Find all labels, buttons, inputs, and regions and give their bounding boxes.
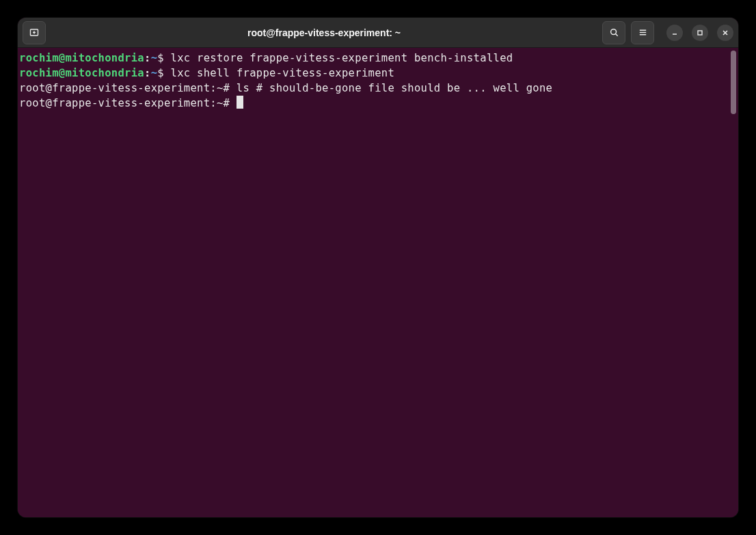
close-button[interactable]	[717, 25, 733, 41]
prompt-user-host: rochim@mitochondria	[19, 67, 144, 79]
new-tab-icon	[29, 27, 40, 38]
prompt-symbol: $	[157, 52, 170, 64]
prompt-symbol: $	[157, 67, 170, 79]
root-prompt: root@frappe-vitess-experiment:~#	[19, 97, 237, 109]
close-icon	[721, 29, 729, 37]
maximize-button[interactable]	[692, 25, 708, 41]
minimize-button[interactable]	[666, 25, 683, 41]
root-prompt: root@frappe-vitess-experiment:~#	[19, 82, 237, 94]
svg-point-3	[610, 29, 616, 35]
prompt-path: ~	[151, 52, 158, 64]
command-text: lxc restore frappe-vitess-experiment ben…	[171, 52, 513, 64]
svg-rect-9	[698, 31, 702, 35]
search-button[interactable]	[602, 21, 625, 44]
terminal-content: rochim@mitochondria:~$ lxc restore frapp…	[19, 51, 738, 111]
prompt-path: ~	[151, 67, 158, 79]
scrollbar-thumb[interactable]	[731, 51, 736, 114]
cursor	[237, 96, 243, 109]
new-tab-button[interactable]	[23, 21, 46, 44]
terminal-line: root@frappe-vitess-experiment:~# ls # sh…	[19, 81, 738, 96]
menu-button[interactable]	[631, 21, 654, 44]
terminal-line: rochim@mitochondria:~$ lxc restore frapp…	[19, 51, 738, 66]
svg-line-4	[615, 34, 617, 36]
hamburger-icon	[638, 27, 648, 38]
prompt-user-host: rochim@mitochondria	[19, 52, 144, 64]
titlebar-left	[23, 21, 46, 44]
command-text: lxc shell frappe-vitess-experiment	[171, 67, 394, 79]
titlebar: root@frappe-vitess-experiment: ~	[18, 18, 738, 48]
prompt-colon: :	[144, 52, 151, 64]
search-icon	[609, 27, 619, 38]
terminal-body[interactable]: rochim@mitochondria:~$ lxc restore frapp…	[18, 48, 738, 517]
window-title: root@frappe-vitess-experiment: ~	[46, 27, 602, 38]
titlebar-right	[602, 21, 733, 44]
terminal-line: root@frappe-vitess-experiment:~#	[19, 96, 738, 111]
command-text: ls # should-be-gone file should be ... w…	[237, 82, 552, 94]
minimize-icon	[671, 29, 679, 37]
terminal-window: root@frappe-vitess-experiment: ~	[18, 18, 738, 517]
prompt-colon: :	[144, 67, 151, 79]
maximize-icon	[696, 29, 704, 37]
terminal-line: rochim@mitochondria:~$ lxc shell frappe-…	[19, 66, 738, 81]
